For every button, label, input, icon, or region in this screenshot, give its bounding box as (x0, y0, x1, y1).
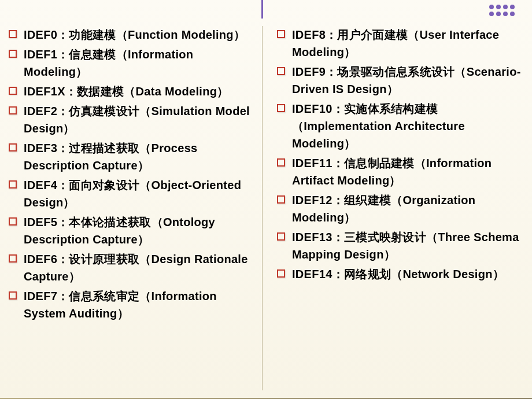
item-text: IDEF1X：数据建模（Data Modeling） (24, 83, 229, 100)
item-text: IDEF4：面向对象设计（Object-Oriented Design） (24, 176, 255, 211)
square-bullet-icon (277, 158, 285, 167)
square-bullet-icon (277, 30, 285, 38)
idef-list-right: IDEF8：用户介面建模（User Interface Modeling） ID… (277, 26, 523, 283)
list-item: IDEF0：功能建模（Function Modeling） (9, 26, 255, 43)
list-item: IDEF3：过程描述获取（Process Description Capture… (9, 139, 255, 174)
list-item: IDEF5：本体论描述获取（Ontology Description Captu… (9, 213, 255, 248)
slide-content: IDEF0：功能建模（Function Modeling） IDEF1：信息建模… (0, 0, 532, 399)
list-item: IDEF8：用户介面建模（User Interface Modeling） (277, 26, 523, 61)
item-text: IDEF7：信息系统审定（Information System Auditing… (24, 287, 255, 322)
list-item: IDEF7：信息系统审定（Information System Auditing… (9, 287, 255, 322)
square-bullet-icon (9, 87, 17, 95)
item-text: IDEF13：三模式映射设计（Three Schema Mapping Desi… (292, 228, 523, 263)
item-text: IDEF8：用户介面建模（User Interface Modeling） (292, 26, 523, 61)
item-text: IDEF9：场景驱动信息系统设计（Scenario-Driven IS Desi… (292, 63, 523, 98)
item-text: IDEF3：过程描述获取（Process Description Capture… (24, 139, 255, 174)
list-item: IDEF4：面向对象设计（Object-Oriented Design） (9, 176, 255, 211)
left-column: IDEF0：功能建模（Function Modeling） IDEF1：信息建模… (9, 26, 263, 390)
square-bullet-icon (277, 269, 285, 278)
item-text: IDEF10：实施体系结构建模（Implementation Architect… (292, 100, 523, 152)
item-text: IDEF2：仿真建模设计（Simulation Model Design） (24, 102, 255, 137)
square-bullet-icon (9, 291, 17, 300)
item-text: IDEF1：信息建模（Information Modeling） (24, 46, 255, 80)
item-text: IDEF11：信息制品建模（Information Artifact Model… (292, 154, 523, 189)
square-bullet-icon (9, 180, 17, 189)
list-item: IDEF11：信息制品建模（Information Artifact Model… (277, 154, 523, 189)
square-bullet-icon (277, 104, 285, 112)
item-text: IDEF12：组织建模（Organization Modeling） (292, 191, 523, 226)
square-bullet-icon (9, 106, 17, 114)
item-text: IDEF6：设计原理获取（Design Rationale Capture） (24, 250, 255, 285)
item-text: IDEF14：网络规划（Network Design） (292, 265, 504, 283)
list-item: IDEF1：信息建模（Information Modeling） (9, 46, 255, 80)
list-item: IDEF10：实施体系结构建模（Implementation Architect… (277, 100, 523, 152)
square-bullet-icon (277, 195, 285, 204)
square-bullet-icon (9, 143, 17, 152)
list-item: IDEF9：场景驱动信息系统设计（Scenario-Driven IS Desi… (277, 63, 523, 98)
accent-bar (261, 0, 263, 19)
square-bullet-icon (9, 217, 17, 226)
right-column: IDEF8：用户介面建模（User Interface Modeling） ID… (263, 26, 523, 390)
item-text: IDEF5：本体论描述获取（Ontology Description Captu… (24, 213, 255, 248)
square-bullet-icon (9, 50, 17, 58)
list-item: IDEF2：仿真建模设计（Simulation Model Design） (9, 102, 255, 137)
decoration-dots (489, 5, 515, 16)
list-item: IDEF6：设计原理获取（Design Rationale Capture） (9, 250, 255, 285)
list-item: IDEF13：三模式映射设计（Three Schema Mapping Desi… (277, 228, 523, 263)
list-item: IDEF12：组织建模（Organization Modeling） (277, 191, 523, 226)
list-item: IDEF14：网络规划（Network Design） (277, 265, 523, 283)
item-text: IDEF0：功能建模（Function Modeling） (24, 26, 245, 43)
square-bullet-icon (277, 67, 285, 75)
idef-list-left: IDEF0：功能建模（Function Modeling） IDEF1：信息建模… (9, 26, 255, 322)
square-bullet-icon (9, 254, 17, 263)
square-bullet-icon (277, 232, 285, 241)
square-bullet-icon (9, 30, 17, 38)
list-item: IDEF1X：数据建模（Data Modeling） (9, 83, 255, 100)
